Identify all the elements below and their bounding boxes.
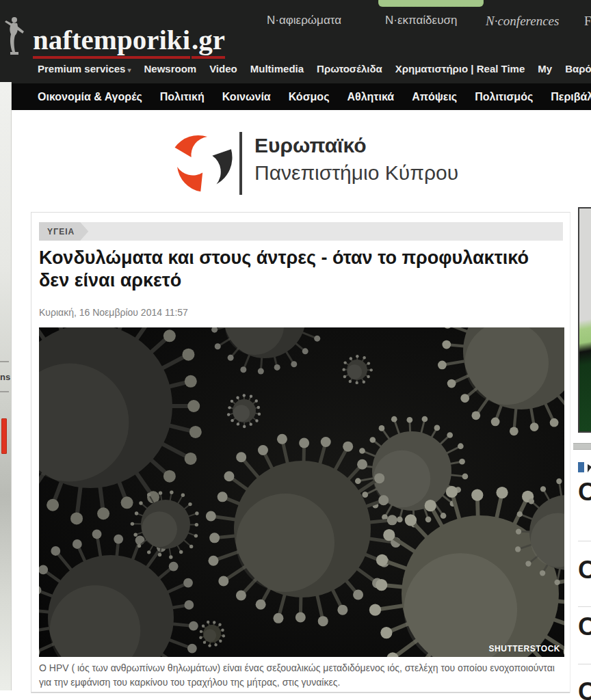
active-tab-indicator	[378, 0, 484, 7]
topmenu-item-afieromata[interactable]: Ν·αφιερώματα	[267, 14, 341, 27]
image-caption: Ο HPV ( ιός των ανθρωπίνων θηλωμάτων) εί…	[39, 661, 566, 690]
euc-ad-banner[interactable]: Ευρωπαϊκό Πανεπιστήμιο Κύπρου	[164, 122, 492, 201]
page: naftemporiki.gr Ν·αφιερώματα Ν·εκπαίδευσ…	[0, 0, 591, 700]
topmenu-item-ekpaideusi[interactable]: Ν·εκπαίδευση	[385, 14, 457, 27]
sidebar-item-divider	[578, 606, 591, 607]
nav-item-kosmos[interactable]: Κόσμος	[289, 91, 330, 103]
section-nav: Οικονομία & Αγορές Πολιτική Κοινωνία Κόσ…	[11, 83, 591, 110]
menu-item-varometro[interactable]: Βαρόμετρο	[565, 63, 591, 75]
article-bottom-divider	[31, 692, 570, 693]
menu-item-newsroom[interactable]: Newsroom	[144, 63, 196, 75]
sidebar-headline-item[interactable]: Ο	[578, 678, 591, 700]
nav-item-politismos[interactable]: Πολιτισμός	[475, 91, 533, 103]
menu-item-multimedia[interactable]: Multimedia	[250, 63, 304, 75]
article-container: ΥΓΕΙΑ Κονδυλώματα και στους άντρες - ότα…	[31, 212, 570, 693]
site-header: naftemporiki.gr Ν·αφιερώματα Ν·εκπαίδευσ…	[0, 0, 591, 83]
euc-swirl-logo-icon	[168, 127, 236, 196]
ad-text-line1: Ευρωπαϊκό	[254, 134, 367, 157]
menu-item-xrimatistirio-realtime[interactable]: Χρηματιστήριο | Real Time	[395, 63, 525, 75]
breadcrumb-category-chip[interactable]: ΥΓΕΙΑ	[39, 222, 88, 241]
site-logo[interactable]: naftemporiki.gr	[33, 23, 225, 56]
menu-item-video[interactable]: Video	[209, 63, 237, 75]
article-figure-svg	[39, 327, 564, 657]
nav-item-perivallon[interactable]: Περιβάλλον	[551, 91, 591, 103]
sidebar-item-divider	[578, 541, 591, 541]
left-edge-panel: ns	[0, 82, 12, 690]
section-bullet-icon	[578, 462, 584, 472]
nav-item-politiki[interactable]: Πολιτική	[160, 91, 205, 103]
secondary-menu: Premium services▾ Newsroom Video Multime…	[38, 63, 591, 75]
sidebar-ad[interactable]	[578, 207, 591, 433]
sidebar-headline-item[interactable]: Ο	[578, 556, 591, 584]
menu-item-premium-services[interactable]: Premium services▾	[38, 63, 131, 75]
article-date: Κυριακή, 16 Νοεμβρίου 2014 11:57	[39, 307, 188, 318]
image-credit: SHUTTERSTOCK	[489, 644, 560, 654]
article-image: SHUTTERSTOCK	[39, 327, 564, 657]
nav-item-koinonia[interactable]: Κοινωνία	[222, 91, 271, 103]
logo-text-tld: .gr	[192, 24, 225, 59]
nav-item-athlitika[interactable]: Αθλητικά	[347, 91, 394, 103]
left-edge-red-marker	[1, 418, 7, 454]
page-title: Κονδυλώματα και στους άντρες - όταν το π…	[39, 247, 563, 292]
topmenu-item-partial[interactable]: F	[584, 14, 591, 29]
right-sidebar: Ο Ο Ο Ο	[573, 191, 591, 700]
chevron-down-icon: ▾	[127, 66, 131, 74]
breadcrumb: ΥΓΕΙΑ	[39, 222, 563, 241]
sidebar-headline-item[interactable]: Ο	[578, 479, 591, 506]
section-title-partial-glyph	[588, 463, 591, 472]
sidebar-section-divider	[573, 443, 591, 450]
nav-item-oikonomia-agores[interactable]: Οικονομία & Αγορές	[38, 91, 142, 103]
left-edge-divider	[0, 391, 9, 392]
menu-item-my[interactable]: My	[538, 63, 552, 75]
left-edge-divider	[0, 361, 9, 362]
logo-text-main: naftemporiki	[33, 24, 190, 59]
left-edge-partial-text: ns	[0, 372, 10, 382]
category-label: ΥΓΕΙΑ	[47, 227, 75, 237]
nav-item-apopseis[interactable]: Απόψεις	[412, 91, 457, 103]
menu-item-protoselida[interactable]: Πρωτοσέλιδα	[317, 63, 382, 75]
hermes-statue-icon	[3, 15, 29, 56]
sidebar-headline-item[interactable]: Ο	[578, 613, 591, 641]
ad-text-line2: Πανεπιστήμιο Κύπρου	[254, 161, 458, 185]
sidebar-item-divider	[578, 664, 591, 664]
ad-divider	[239, 132, 242, 195]
topmenu-item-conferences[interactable]: N·conferences	[486, 14, 559, 29]
